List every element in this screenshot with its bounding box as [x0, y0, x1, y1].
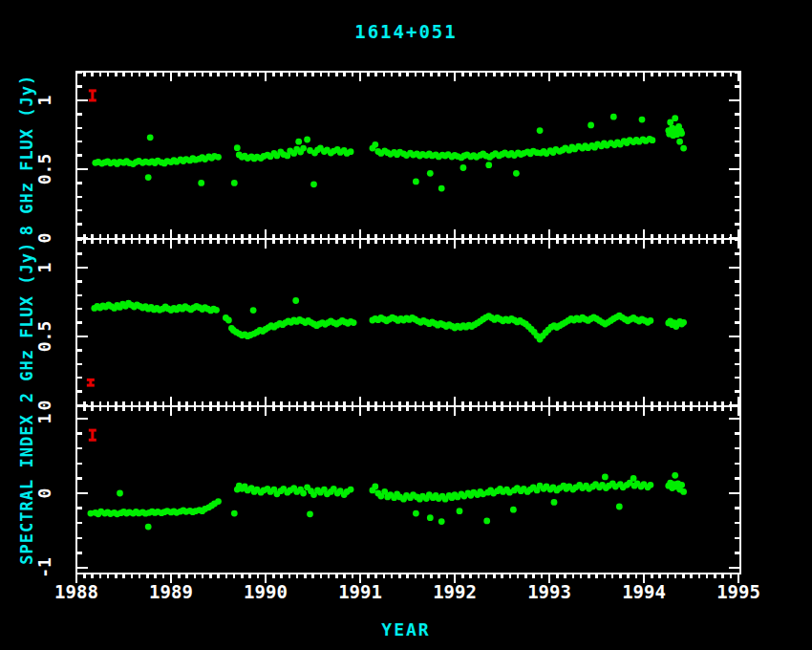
y-axis-title-8ghz: 8 GHz FLUX (Jy): [16, 72, 37, 239]
data-point: [348, 148, 354, 155]
data-point: [483, 518, 490, 525]
data-point: [300, 490, 307, 497]
chart-title: 1614+051: [0, 21, 812, 42]
y-tick-label: 0.5: [34, 321, 54, 353]
data-point: [438, 518, 445, 525]
data-point: [413, 510, 419, 517]
x-tick-label: 1994: [622, 581, 666, 602]
data-point: [680, 488, 687, 495]
y-tick-label: 1: [34, 414, 54, 424]
data-point: [588, 121, 594, 128]
data-point: [250, 307, 257, 314]
data-point: [616, 504, 623, 510]
x-tick-label: 1991: [338, 581, 382, 602]
data-point: [304, 137, 310, 143]
data-point: [231, 180, 238, 186]
data-point: [225, 317, 232, 324]
data-point: [537, 127, 544, 134]
data-point: [295, 139, 302, 145]
data-point: [117, 490, 123, 497]
data-point: [639, 117, 646, 123]
y-tick-label: 0: [34, 233, 54, 244]
plot-canvas: 1988198919901991199219931994199500.5100.…: [0, 0, 812, 650]
y-axis-title-2ghz: 2 GHz FLUX (Jy): [16, 239, 37, 406]
data-point: [300, 145, 307, 152]
data-point: [213, 307, 220, 314]
data-point: [680, 145, 687, 152]
data-point: [672, 472, 678, 479]
x-tick-label: 1995: [716, 581, 760, 602]
data-point: [234, 144, 241, 151]
data-point: [231, 510, 238, 517]
y-tick-label: 0: [34, 401, 54, 411]
data-point: [648, 317, 654, 324]
x-tick-label: 1988: [54, 581, 98, 602]
x-axis-title: YEAR: [0, 619, 812, 639]
data-point: [672, 115, 678, 121]
x-tick-label: 1989: [149, 581, 193, 602]
data-point: [372, 484, 378, 490]
data-point: [551, 499, 558, 506]
data-point: [676, 139, 683, 145]
y-tick-label: -1: [34, 557, 54, 578]
data-point: [650, 137, 656, 143]
data-point: [427, 170, 434, 177]
data-point: [460, 164, 467, 171]
data-point: [457, 508, 463, 514]
data-point: [215, 498, 222, 505]
y-axis-title-spectral-index: SPECTRAL INDEX: [16, 406, 37, 574]
panel-frame-spectral-index: [76, 406, 740, 574]
data-point: [413, 179, 419, 185]
data-point: [427, 514, 434, 521]
data-point: [145, 174, 152, 181]
x-tick-label: 1993: [527, 581, 571, 602]
data-point: [678, 482, 685, 488]
x-tick-label: 1990: [244, 581, 288, 602]
plot-page: 1614+051 8 GHz FLUX (Jy) 2 GHz FLUX (Jy)…: [0, 0, 812, 650]
data-point: [485, 162, 492, 168]
data-point: [215, 154, 222, 161]
y-tick-label: 0: [34, 488, 54, 499]
data-point: [513, 170, 520, 177]
data-point: [351, 319, 357, 326]
y-tick-label: 1: [34, 263, 54, 273]
data-point: [198, 180, 204, 186]
data-point: [678, 130, 685, 137]
data-point: [147, 134, 154, 141]
data-point: [602, 474, 609, 481]
y-tick-label: 1: [34, 96, 54, 106]
data-point: [145, 524, 152, 531]
x-tick-label: 1992: [433, 581, 477, 602]
data-point: [292, 297, 299, 304]
data-point: [680, 319, 687, 326]
data-point: [438, 185, 445, 192]
data-point: [630, 475, 637, 482]
data-point: [510, 507, 517, 513]
data-point: [348, 487, 354, 493]
y-tick-label: 0.5: [34, 154, 54, 185]
data-point: [648, 482, 654, 488]
data-point: [307, 510, 313, 517]
data-point: [372, 141, 378, 148]
data-point: [610, 114, 617, 120]
data-point: [310, 181, 317, 187]
